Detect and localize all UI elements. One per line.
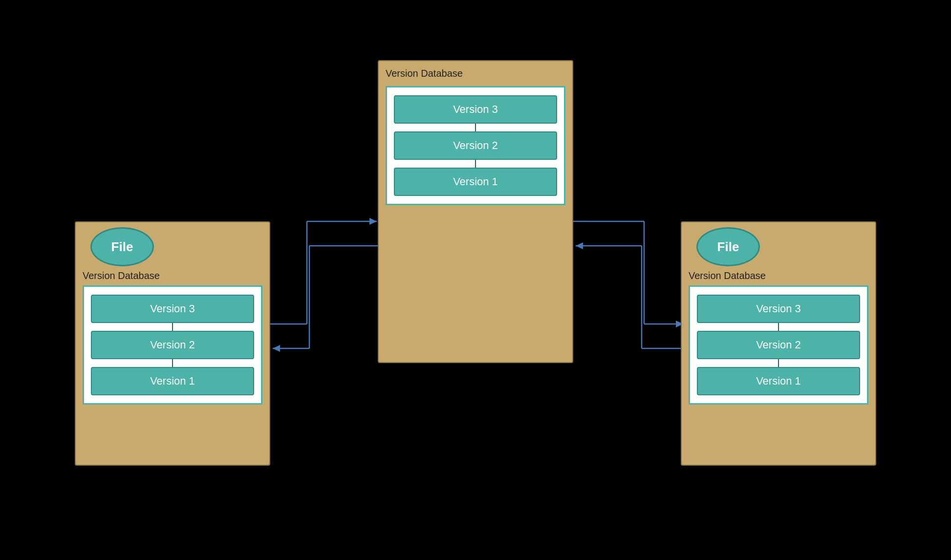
center-version-database-box: Version Database Version 3 Version 2 Ver… [378,60,573,363]
left-version-3: Version 3 [91,295,254,323]
center-version-2: Version 2 [394,131,557,160]
right-version-1: Version 1 [697,367,860,395]
center-box-title: Version Database [379,61,572,82]
center-connector-3-2 [475,124,476,131]
right-inner-area: Version 3 Version 2 Version 1 [689,285,868,405]
right-version-database-box: File Version Database Version 3 Version … [681,221,876,466]
left-version-1: Version 1 [91,367,254,395]
right-connector-3-2 [778,323,779,331]
center-connector-2-1 [475,160,476,168]
center-inner-area: Version 3 Version 2 Version 1 [386,86,565,205]
right-connector-2-1 [778,359,779,367]
svg-marker-7 [576,242,583,249]
right-file-oval: File [696,227,760,266]
left-connector-2-1 [172,359,173,367]
left-file-oval: File [90,227,154,266]
left-version-2: Version 2 [91,331,254,359]
right-version-3: Version 3 [697,295,860,323]
right-vdb-label: Version Database [682,266,875,283]
center-version-3: Version 3 [394,95,557,124]
left-version-database-box: File Version Database Version 3 Version … [75,221,270,466]
right-version-2: Version 2 [697,331,860,359]
left-inner-area: Version 3 Version 2 Version 1 [83,285,262,405]
svg-marker-3 [273,345,280,352]
diagram-container: Version Database Version 3 Version 2 Ver… [60,36,891,524]
center-version-1: Version 1 [394,168,557,196]
left-connector-3-2 [172,323,173,331]
left-vdb-label: Version Database [76,266,269,283]
svg-marker-15 [369,218,377,225]
